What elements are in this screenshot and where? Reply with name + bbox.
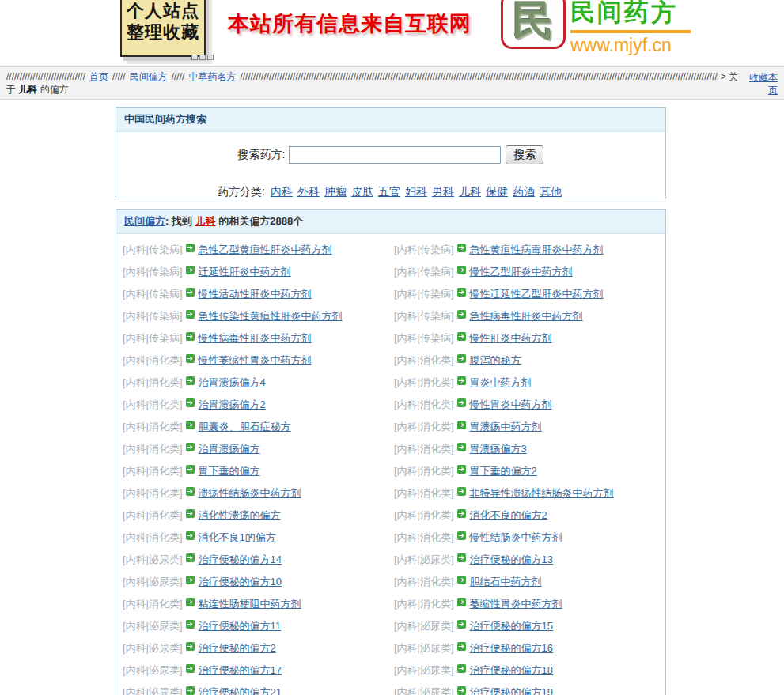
remedy-link[interactable]: 慢性胃炎中药方剂: [470, 398, 552, 410]
remedy-link[interactable]: 胃溃疡偏方3: [470, 443, 527, 455]
remedy-link[interactable]: 慢性迁延性乙型肝炎中药方剂: [470, 288, 604, 300]
category-link[interactable]: 男科: [432, 185, 454, 198]
remedy-link[interactable]: 治疗便秘的偏方2: [199, 642, 276, 654]
remedy-category-tag: [内科|消化类]: [394, 443, 454, 455]
remedy-link[interactable]: 胃溃疡中药方剂: [470, 421, 542, 432]
results-keyword-link[interactable]: 儿科: [195, 215, 216, 227]
remedy-category-tag: [内科|消化类]: [394, 487, 454, 499]
arrow-icon: ➔: [457, 553, 466, 562]
remedy-item: [内科|传染病]➔急性黄疸性病毒肝炎中药方剂: [391, 239, 662, 261]
arrow-icon: ➔: [186, 332, 195, 341]
remedy-link[interactable]: 溃疡性结肠炎中药方剂: [199, 487, 301, 499]
remedy-item: [内科|泌尿类]➔治疗便秘的偏方18: [391, 659, 662, 682]
results-folk-remedy-link[interactable]: 民间偏方: [124, 215, 165, 227]
remedy-link[interactable]: 治疗便秘的偏方11: [199, 620, 282, 632]
remedy-link[interactable]: 腹泻的秘方: [470, 354, 521, 366]
remedy-link[interactable]: 急性病毒性肝炎中药方剂: [470, 310, 583, 322]
category-link[interactable]: 儿科: [459, 185, 481, 198]
arrow-icon: ➔: [186, 509, 195, 518]
remedy-link[interactable]: 治疗便秘的偏方18: [470, 664, 553, 676]
remedy-item: [内科|消化类]➔消化性溃疡的偏方: [119, 504, 391, 527]
remedy-category-tag: [内科|消化类]: [394, 354, 454, 366]
breadcrumb-home-link[interactable]: 首页: [89, 70, 108, 83]
remedy-link[interactable]: 胃下垂的偏方: [199, 465, 260, 477]
remedy-item: [内科|消化类]➔胆结石中药方剂: [391, 571, 662, 593]
remedy-link[interactable]: 胃炎中药方剂: [470, 376, 532, 388]
remedy-link[interactable]: 消化不良1的偏方: [199, 531, 276, 543]
remedy-item: [内科|传染病]➔急性传染性黄疸性肝炎中药方剂: [119, 305, 391, 327]
remedy-link[interactable]: 治胃溃疡偏方4: [199, 376, 266, 388]
category-link[interactable]: 药酒: [513, 185, 535, 198]
remedy-item: [内科|泌尿类]➔治疗便秘的偏方14: [119, 549, 391, 571]
remedy-link[interactable]: 慢性活动性肝炎中药方剂: [199, 288, 312, 300]
results-list: [内科|传染病]➔急性乙型黄疸性肝炎中药方剂 [内科|传染病]➔急性黄疸性病毒肝…: [116, 234, 665, 695]
category-link[interactable]: 五官: [378, 185, 400, 198]
remedy-link[interactable]: 慢性病毒性肝炎中药方剂: [199, 332, 312, 344]
category-link[interactable]: 妇科: [405, 185, 427, 198]
remedy-category-tag: [内科|消化类]: [123, 398, 183, 410]
arrow-icon: ➔: [457, 310, 466, 319]
remedy-category-tag: [内科|消化类]: [394, 398, 454, 410]
remedy-link[interactable]: 治疗便秘的偏方19: [470, 686, 553, 695]
breadcrumb-herb-formula-link[interactable]: 中草药名方: [188, 70, 236, 83]
remedy-link[interactable]: 消化性溃疡的偏方: [199, 509, 281, 521]
remedy-link[interactable]: 慢性结肠炎中药方剂: [470, 531, 562, 543]
remedy-item: [内科|传染病]➔慢性病毒性肝炎中药方剂: [119, 327, 391, 349]
arrow-icon: ➔: [186, 553, 195, 562]
remedy-link[interactable]: 慢性乙型肝炎中药方剂: [470, 266, 573, 278]
results-count-text: 的相关偏方2888个: [216, 215, 304, 227]
remedy-category-tag: [内科|消化类]: [394, 376, 454, 388]
remedy-link[interactable]: 慢性萎缩性胃炎中药方剂: [199, 354, 312, 366]
category-link[interactable]: 肿瘤: [324, 185, 347, 198]
arrow-icon: ➔: [457, 664, 466, 673]
remedy-category-tag: [内科|传染病]: [123, 266, 183, 278]
remedy-link[interactable]: 治疗便秘的偏方14: [199, 553, 282, 565]
remedy-link[interactable]: 治胃溃疡偏方2: [199, 398, 266, 410]
arrow-icon: ➔: [186, 598, 195, 606]
remedy-category-tag: [内科|传染病]: [394, 288, 454, 300]
remedy-item: [内科|泌尿类]➔治疗便秘的偏方21: [119, 682, 391, 695]
site-notice-banner: 本站所有信息来自互联网: [228, 9, 472, 38]
search-button[interactable]: 搜索: [506, 145, 543, 164]
arrow-icon: ➔: [186, 288, 195, 297]
remedy-link[interactable]: 粘连性肠梗阻中药方剂: [199, 598, 301, 610]
remedy-link[interactable]: 非特异性溃疡性结肠炎中药方剂: [470, 487, 614, 499]
arrow-icon: ➔: [457, 266, 466, 274]
remedy-item: [内科|消化类]➔胆囊炎、胆石症秘方: [119, 416, 391, 438]
remedy-link[interactable]: 萎缩性胃炎中药方剂: [470, 598, 562, 610]
remedy-link[interactable]: 治疗便秘的偏方21: [199, 686, 282, 695]
breadcrumb-folk-remedy-link[interactable]: 民间偏方: [130, 70, 168, 83]
category-link[interactable]: 外科: [297, 185, 320, 198]
remedy-item: [内科|传染病]➔慢性肝炎中药方剂: [391, 327, 662, 349]
remedy-link[interactable]: 急性黄疸性病毒肝炎中药方剂: [470, 244, 604, 255]
remedy-link[interactable]: 治疗便秘的偏方17: [199, 664, 282, 676]
remedy-link[interactable]: 治疗便秘的偏方13: [470, 553, 553, 565]
remedy-link[interactable]: 治疗便秘的偏方10: [199, 576, 282, 587]
remedy-link[interactable]: 急性传染性黄疸性肝炎中药方剂: [199, 310, 343, 322]
remedy-item: [内科|传染病]➔急性病毒性肝炎中药方剂: [391, 305, 662, 327]
arrow-icon: ➔: [186, 266, 195, 274]
remedy-link[interactable]: 迁延性肝炎中药方剂: [199, 266, 291, 278]
category-link[interactable]: 皮肤: [351, 185, 373, 198]
remedy-category-tag: [内科|泌尿类]: [394, 664, 454, 676]
remedy-link[interactable]: 治疗便秘的偏方16: [470, 642, 553, 654]
arrow-icon: ➔: [457, 332, 466, 341]
remedy-link[interactable]: 胃下垂的偏方2: [470, 465, 537, 477]
remedy-link[interactable]: 胆结石中药方剂: [470, 576, 542, 587]
arrow-icon: ➔: [457, 686, 466, 695]
remedy-link[interactable]: 消化不良的偏方2: [470, 509, 547, 521]
favorite-page-link[interactable]: 收藏本页: [744, 71, 778, 96]
category-link[interactable]: 其他: [540, 185, 562, 198]
category-link[interactable]: 保健: [486, 185, 508, 198]
remedy-category-tag: [内科|消化类]: [123, 376, 183, 388]
remedy-link[interactable]: 慢性肝炎中药方剂: [470, 332, 552, 344]
remedy-link[interactable]: 治疗便秘的偏方15: [470, 620, 553, 632]
category-link[interactable]: 内科: [271, 185, 293, 198]
remedy-item: [内科|泌尿类]➔治疗便秘的偏方16: [391, 637, 662, 659]
site-logo[interactable]: 民: [501, 0, 566, 49]
remedy-link[interactable]: 治胃溃疡偏方: [199, 443, 260, 455]
search-input[interactable]: [289, 146, 501, 164]
remedy-link[interactable]: 胆囊炎、胆石症秘方: [199, 421, 291, 432]
remedy-link[interactable]: 急性乙型黄疸性肝炎中药方剂: [199, 244, 332, 255]
search-panel-title: 中国民间药方搜索: [116, 108, 665, 132]
